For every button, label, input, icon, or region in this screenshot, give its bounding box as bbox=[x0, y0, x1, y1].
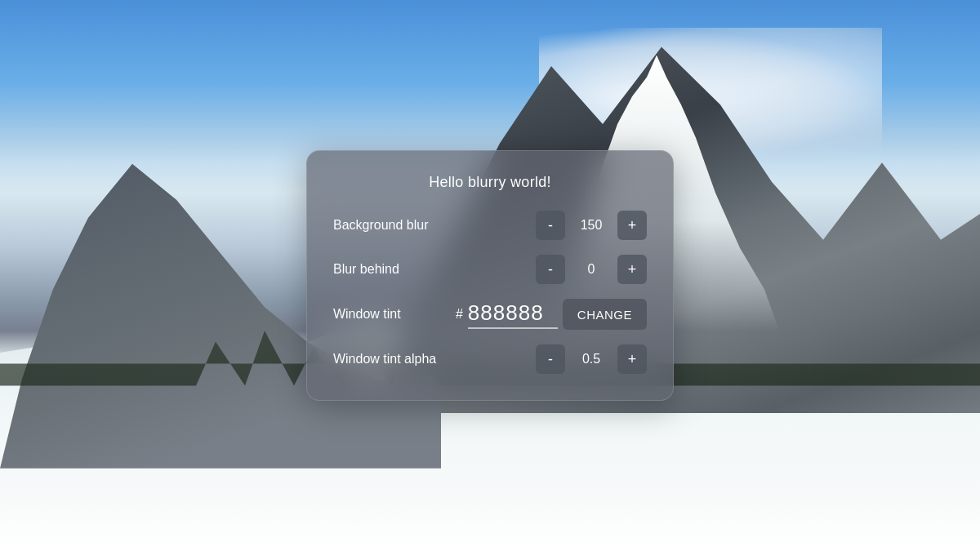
dialog-title: Hello blurry world! bbox=[333, 174, 647, 191]
value-background-blur: 150 bbox=[573, 218, 609, 233]
label-window-tint-alpha: Window tint alpha bbox=[333, 352, 528, 367]
change-tint-button[interactable]: CHANGE bbox=[563, 299, 647, 330]
label-window-tint: Window tint bbox=[333, 307, 448, 322]
row-blur-behind: Blur behind - 0 + bbox=[333, 255, 647, 284]
plus-background-blur[interactable]: + bbox=[617, 211, 647, 240]
row-window-tint: Window tint # 888888 CHANGE bbox=[333, 299, 647, 330]
value-blur-behind: 0 bbox=[573, 262, 609, 277]
dialog: Hello blurry world! Background blur - 15… bbox=[306, 150, 674, 401]
plus-window-tint-alpha[interactable]: + bbox=[617, 344, 647, 374]
dialog-overlay: Hello blurry world! Background blur - 15… bbox=[0, 0, 980, 551]
tint-value: 888888 bbox=[468, 300, 558, 329]
hash-sign: # bbox=[456, 307, 463, 322]
row-window-tint-alpha: Window tint alpha - 0.5 + bbox=[333, 344, 647, 374]
plus-blur-behind[interactable]: + bbox=[617, 255, 647, 284]
minus-blur-behind[interactable]: - bbox=[536, 255, 565, 284]
minus-window-tint-alpha[interactable]: - bbox=[536, 344, 565, 374]
minus-background-blur[interactable]: - bbox=[536, 211, 565, 240]
label-background-blur: Background blur bbox=[333, 218, 528, 233]
row-background-blur: Background blur - 150 + bbox=[333, 211, 647, 240]
label-blur-behind: Blur behind bbox=[333, 262, 528, 277]
value-window-tint-alpha: 0.5 bbox=[573, 352, 609, 367]
tint-controls: # 888888 CHANGE bbox=[456, 299, 647, 330]
